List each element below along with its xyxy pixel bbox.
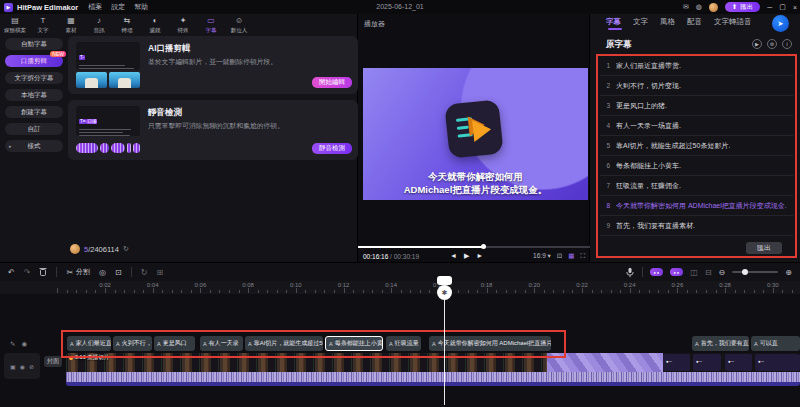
delete-icon[interactable]	[39, 267, 47, 278]
nav-item-text-split-subtitle[interactable]: 文字拆分字幕	[5, 72, 63, 84]
playhead-handle[interactable]	[437, 276, 452, 285]
crop-icon[interactable]: ⊡	[557, 252, 562, 260]
play-button[interactable]: ▶	[464, 252, 469, 260]
tab-tts[interactable]: 文字轉語音	[714, 17, 752, 30]
assistant-fab[interactable]: ➤	[772, 15, 789, 32]
fit-timeline-icon[interactable]: ⊟	[705, 268, 712, 277]
lock-track-icon[interactable]: ▣	[10, 363, 16, 370]
toolbar-item-assets[interactable]: ▦素材	[60, 16, 82, 35]
next-frame-button[interactable]: ►	[476, 252, 483, 260]
edit-track-icon[interactable]: ✎	[10, 340, 15, 348]
nav-item-create-subtitle[interactable]: 創建字幕	[5, 106, 63, 118]
zoom-in-icon[interactable]: ⊕	[785, 268, 792, 277]
restore-button[interactable]: ▢	[779, 3, 786, 11]
toolbar-item-media[interactable]: ▤媒體檔案	[4, 16, 26, 35]
menu-settings[interactable]: 設定	[111, 2, 125, 12]
subtitle-row[interactable]: 3更是风口上的猪.	[600, 96, 793, 116]
user-avatar[interactable]	[70, 244, 80, 254]
subtitle-row[interactable]: 4有人一天录一场直播.	[600, 116, 793, 136]
regenerate-icon[interactable]: ▶	[752, 39, 762, 49]
redo-icon[interactable]: ↷	[24, 268, 31, 277]
row-text: 首先，我们要有直播素材.	[616, 221, 695, 231]
zoom-knob[interactable]	[742, 269, 748, 275]
avatar[interactable]	[709, 3, 718, 12]
export-button[interactable]: ⬆匯出	[725, 2, 760, 12]
aspect-ratio-select[interactable]: 16:9 ▾	[533, 252, 551, 260]
row-number: 9	[600, 222, 610, 229]
tab-subtitle[interactable]: 字幕	[606, 17, 621, 30]
refresh-icon[interactable]: ↻	[123, 245, 129, 253]
toolbar-item-text[interactable]: T文字	[32, 16, 54, 35]
toolbar-item-filter[interactable]: ◐濾鏡	[144, 16, 166, 35]
playback-progress-bar[interactable]	[358, 246, 590, 248]
silence-detect-button[interactable]: 靜音檢測	[312, 143, 352, 154]
timeline-ruler[interactable]: 0:020:040:060:080:100:120:140:160:180:20…	[0, 281, 800, 294]
ruler-tick	[181, 290, 182, 293]
nav-item-auto-subtitle[interactable]: 自動字幕	[5, 38, 63, 50]
show-track-icon[interactable]: ◉	[21, 340, 27, 348]
settings-gear-icon[interactable]: ⚙	[767, 39, 777, 49]
nav-item-local-subtitle[interactable]: 本地字幕	[5, 89, 63, 101]
link-subtitle-toggle[interactable]: ●●	[650, 268, 663, 276]
prev-frame-button[interactable]: ◄	[450, 252, 457, 260]
fullscreen-icon[interactable]: ⛶	[580, 252, 585, 260]
audio-waveform	[66, 372, 800, 382]
tab-style[interactable]: 風格	[660, 17, 675, 30]
card-ai-speech-cut: T- AI口播剪輯 基於文字編輯影片，並一鍵刪除停頓片段。 開始編輯	[68, 36, 358, 94]
cover-button[interactable]: 封面	[44, 356, 62, 367]
tab-text[interactable]: 文字	[633, 17, 648, 30]
subtitle-row[interactable]: 8今天就带你解密如何用 ADMichael把直播片段变成现金.	[600, 196, 793, 216]
toolbar-item-digital-human[interactable]: ☺數位人	[228, 16, 250, 35]
audio-segment[interactable]	[755, 354, 800, 371]
card-title: AI口播剪輯	[148, 43, 191, 55]
add-track-icon[interactable]: ⊞	[157, 268, 164, 277]
card-thumbnail: T-	[76, 42, 140, 70]
video-canvas[interactable]: 今天就带你解密如何用 ADMichael把直播片段变成现金。	[363, 68, 588, 200]
toolbar-item-subtitle[interactable]: ▭字幕	[200, 16, 222, 35]
minimize-button[interactable]: ─	[767, 4, 772, 11]
record-voiceover-icon[interactable]	[625, 267, 635, 278]
grid-icon[interactable]: ▦	[568, 252, 574, 260]
start-edit-button[interactable]: 開始編輯	[312, 77, 352, 88]
info-icon[interactable]: i	[782, 39, 792, 49]
audio-segment[interactable]	[663, 354, 690, 371]
nav-item-speech-cut[interactable]: 口播剪輯NEW	[5, 55, 63, 67]
tab-voiceover[interactable]: 配音	[687, 17, 702, 30]
account-icon[interactable]: ◍	[696, 3, 702, 11]
zoom-out-icon[interactable]: ⊖	[719, 268, 726, 277]
nav-item-style[interactable]: ▸樣式	[5, 140, 63, 152]
undo-icon[interactable]: ↶	[8, 268, 15, 277]
loop-icon[interactable]: ↻	[141, 268, 148, 277]
subtitle-row[interactable]: 7狂吸流量，狂赚佣金.	[600, 176, 793, 196]
subtitle-row[interactable]: 9首先，我们要有直播素材.	[600, 216, 793, 236]
split-button[interactable]: ✂分割	[66, 267, 90, 277]
hide-track-icon[interactable]: ◉	[20, 363, 25, 370]
playhead-knob[interactable]: ✱	[437, 285, 452, 300]
subtitle-row[interactable]: 2火到不行，切片变现.	[600, 76, 793, 96]
progress-knob[interactable]	[481, 244, 486, 249]
menu-help[interactable]: 幫助	[134, 2, 148, 12]
ruler-tick	[582, 288, 583, 293]
nav-item-custom[interactable]: 自訂	[5, 123, 63, 135]
audio-waveform-pills	[76, 143, 140, 153]
toolbar-item-effects[interactable]: ✦特效	[172, 16, 194, 35]
timeline-subtitle-clip[interactable]: A可以直	[751, 336, 800, 351]
timeline-zoom-slider[interactable]	[732, 271, 778, 273]
subtitle-row[interactable]: 1家人们最近直播带货.	[600, 56, 793, 76]
magnet-icon[interactable]: ◫	[690, 268, 698, 277]
toolbar-item-transition[interactable]: ⇆轉場	[116, 16, 138, 35]
export-frame-icon[interactable]: ⊡	[115, 268, 122, 277]
export-subtitles-button[interactable]: 匯出	[746, 242, 782, 254]
feedback-icon[interactable]: ✉	[683, 3, 689, 11]
audio-segment[interactable]	[725, 354, 752, 371]
mute-track-icon[interactable]: ⊘	[29, 363, 34, 370]
audio-segment[interactable]	[693, 354, 721, 371]
toolbar-item-audio[interactable]: ♪音訊	[88, 16, 110, 35]
link-audio-toggle[interactable]: ●●	[670, 268, 683, 276]
subtitle-row[interactable]: 5靠AI切片，就能生成超过50条短影片.	[600, 136, 793, 156]
close-button[interactable]: ×	[793, 4, 797, 11]
timeline-subtitle-clip[interactable]: A首先，我们要有直	[692, 336, 749, 351]
menu-file[interactable]: 檔案	[88, 2, 102, 12]
marker-icon[interactable]: ◎	[99, 268, 106, 277]
subtitle-row[interactable]: 6每条都能挂上小黄车.	[600, 156, 793, 176]
